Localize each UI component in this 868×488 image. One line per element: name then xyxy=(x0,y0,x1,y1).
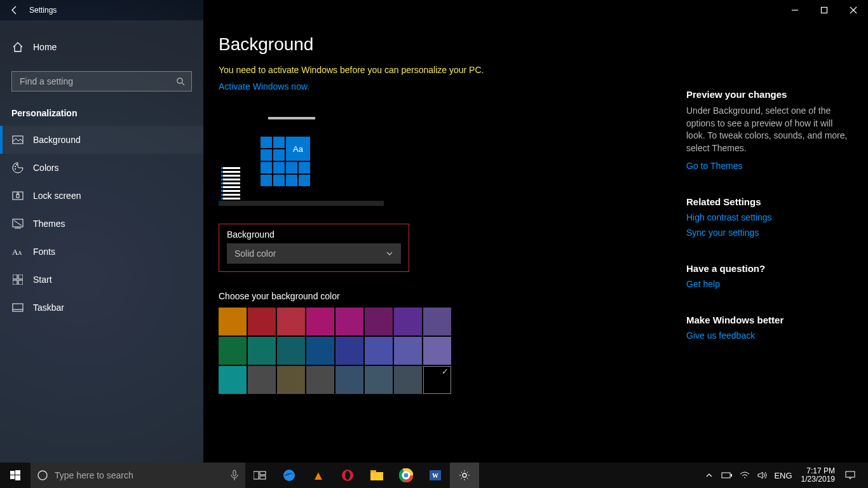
back-button[interactable] xyxy=(0,0,29,20)
window-title: Settings xyxy=(29,6,57,15)
preview-body: Under Background, select one of the opti… xyxy=(686,105,853,154)
language-indicator[interactable]: ENG xyxy=(774,471,792,480)
taskbar-icon xyxy=(11,303,24,312)
mic-icon[interactable] xyxy=(230,470,239,481)
sync-settings-link[interactable]: Sync your settings xyxy=(686,227,853,238)
sidebar: Home Personalization BackgroundColorsLoc… xyxy=(0,20,203,463)
wifi-icon[interactable] xyxy=(738,471,751,479)
color-swatch[interactable] xyxy=(306,337,334,365)
color-swatch[interactable] xyxy=(336,337,363,365)
color-swatch[interactable] xyxy=(394,337,422,365)
color-swatch[interactable] xyxy=(277,337,305,365)
color-swatch[interactable] xyxy=(248,337,276,365)
color-swatch[interactable] xyxy=(219,366,247,394)
taskbar-clock[interactable]: 7:17 PM 1/23/2019 xyxy=(797,467,839,484)
color-swatch[interactable] xyxy=(336,366,363,394)
sidebar-item-background[interactable]: Background xyxy=(0,126,203,154)
activation-warning: You need to activate Windows before you … xyxy=(219,65,674,75)
color-swatch[interactable] xyxy=(423,337,451,365)
action-center-icon[interactable] xyxy=(844,471,857,480)
start-button[interactable] xyxy=(0,463,31,488)
taskbar-search[interactable]: Type here to search xyxy=(31,463,245,488)
color-swatch[interactable] xyxy=(248,308,276,336)
feedback-link[interactable]: Give us feedback xyxy=(686,330,755,341)
cortana-icon xyxy=(37,470,48,481)
svg-rect-25 xyxy=(254,471,259,479)
color-swatch[interactable] xyxy=(306,308,334,336)
svg-rect-16 xyxy=(18,280,23,285)
background-dropdown-value: Solid color xyxy=(234,248,276,259)
svg-point-5 xyxy=(15,166,16,167)
color-swatch[interactable] xyxy=(394,366,422,394)
home-icon xyxy=(11,41,24,53)
task-view-button[interactable] xyxy=(245,463,275,488)
maximize-button[interactable] xyxy=(810,0,839,20)
svg-rect-43 xyxy=(731,474,732,477)
color-swatch[interactable] xyxy=(219,308,247,336)
taskbar-app-chrome[interactable] xyxy=(391,463,421,488)
sidebar-item-label: Fonts xyxy=(33,247,55,257)
sidebar-item-lock-screen[interactable]: Lock screen xyxy=(0,182,203,210)
desktop-preview: Aa xyxy=(219,117,384,206)
svg-rect-21 xyxy=(10,475,15,479)
color-swatch[interactable] xyxy=(306,366,334,394)
go-to-themes-link[interactable]: Go to Themes xyxy=(686,161,742,171)
sidebar-item-taskbar[interactable]: Taskbar xyxy=(0,294,203,322)
question-heading: Have a question? xyxy=(686,263,853,274)
sidebar-category: Personalization xyxy=(0,103,203,126)
svg-point-41 xyxy=(463,473,466,477)
start-icon xyxy=(11,274,24,285)
svg-rect-8 xyxy=(13,192,23,200)
color-swatch[interactable] xyxy=(336,308,363,336)
taskbar-app-explorer[interactable] xyxy=(362,463,391,488)
chevron-down-icon xyxy=(386,250,393,257)
make-better-heading: Make Windows better xyxy=(686,315,853,325)
color-swatches xyxy=(219,308,451,394)
taskbar-app-opera[interactable] xyxy=(333,463,362,488)
taskbar-app-edge[interactable] xyxy=(275,463,304,488)
svg-rect-20 xyxy=(15,470,20,475)
svg-rect-32 xyxy=(370,470,376,473)
svg-rect-26 xyxy=(260,471,266,475)
taskbar-app-settings[interactable] xyxy=(450,463,479,488)
color-swatch[interactable] xyxy=(365,366,393,394)
color-swatch[interactable] xyxy=(277,366,305,394)
home-button[interactable]: Home xyxy=(0,33,203,61)
background-setting-group: Background Solid color xyxy=(219,224,409,272)
settings-search-input[interactable] xyxy=(18,76,176,87)
activate-windows-link[interactable]: Activate Windows now. xyxy=(219,81,674,92)
color-swatch[interactable] xyxy=(219,337,247,365)
color-swatch[interactable] xyxy=(277,308,305,336)
svg-rect-14 xyxy=(18,274,23,279)
svg-rect-15 xyxy=(13,280,17,285)
background-dropdown[interactable]: Solid color xyxy=(227,243,401,264)
sidebar-item-fonts[interactable]: AAFonts xyxy=(0,238,203,266)
taskbar-search-placeholder: Type here to search xyxy=(55,470,224,480)
themes-icon xyxy=(11,219,24,229)
color-swatch[interactable] xyxy=(365,337,393,365)
sidebar-item-start[interactable]: Start xyxy=(0,266,203,294)
sidebar-item-label: Background xyxy=(33,135,81,145)
sidebar-item-colors[interactable]: Colors xyxy=(0,154,203,182)
close-button[interactable] xyxy=(839,0,868,20)
color-swatch[interactable] xyxy=(365,308,393,336)
sidebar-item-themes[interactable]: Themes xyxy=(0,210,203,238)
settings-search[interactable] xyxy=(11,71,192,92)
color-swatch[interactable] xyxy=(423,366,451,394)
color-swatch[interactable] xyxy=(394,308,422,336)
tray-overflow-icon[interactable] xyxy=(703,471,715,479)
minimize-button[interactable] xyxy=(780,0,810,20)
color-swatch[interactable] xyxy=(423,308,451,336)
battery-icon[interactable] xyxy=(721,471,733,479)
taskbar-date: 1/23/2019 xyxy=(801,475,835,484)
taskbar-app-word[interactable]: W xyxy=(421,463,450,488)
taskbar-app-vlc[interactable]: ▲ xyxy=(304,463,333,488)
high-contrast-link[interactable]: High contrast settings xyxy=(686,212,853,222)
svg-point-23 xyxy=(38,471,47,480)
svg-text:A: A xyxy=(18,250,22,256)
color-swatch[interactable] xyxy=(248,366,276,394)
get-help-link[interactable]: Get help xyxy=(686,279,720,289)
volume-icon[interactable] xyxy=(756,471,769,480)
svg-rect-24 xyxy=(233,470,236,476)
background-dropdown-label: Background xyxy=(227,229,401,240)
